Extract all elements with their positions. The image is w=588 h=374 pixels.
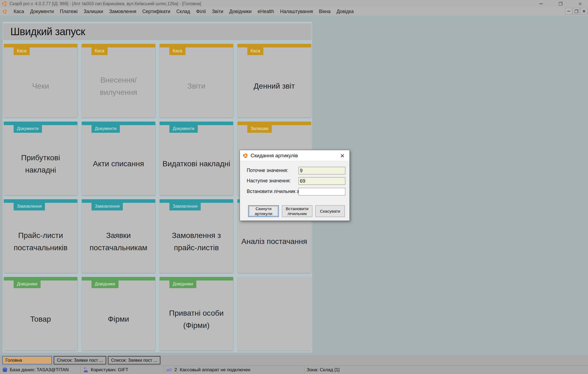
menu-item[interactable]: Звіти	[209, 8, 226, 15]
menu-item[interactable]: Вікна	[316, 8, 334, 15]
menu-item[interactable]: Довідка	[334, 8, 357, 15]
status-cash-register: Кассовый аппарат не подключен	[178, 366, 304, 374]
mdi-close-icon[interactable]: ×	[580, 8, 587, 14]
status-zone: Зона: Склад [1]	[304, 366, 588, 374]
mdi-window-controls: ×	[565, 8, 587, 14]
tile[interactable]: КасаВнесення/вилучення	[82, 44, 155, 117]
tile-label: Фірми	[82, 288, 155, 351]
tile[interactable]: ДовідникиТовар	[4, 277, 77, 351]
cancel-button[interactable]: Скасувати	[315, 205, 345, 217]
set-counter-button[interactable]: Встановити лічильник	[282, 205, 312, 217]
counter-input-field[interactable]	[298, 188, 345, 195]
tile[interactable]: ДовідникиФірми	[82, 277, 155, 351]
window-controls: ×	[537, 0, 584, 7]
mdi-restore-icon[interactable]	[573, 8, 580, 14]
app-logo-icon	[2, 1, 7, 6]
tile-category-tag: Залишки	[247, 125, 272, 133]
menu-item[interactable]: Каса	[11, 8, 27, 15]
tab-home[interactable]: Головна	[2, 356, 52, 364]
minimize-icon[interactable]	[537, 1, 545, 7]
tile[interactable]: ЗамовленняЗаявки постачальникам	[82, 199, 155, 273]
tile-category-bar	[4, 277, 77, 280]
status-connections: 2	[164, 366, 178, 374]
plug-icon	[166, 367, 172, 373]
tile-label: Приватні особи (Фірми)	[160, 288, 233, 351]
tile-category-bar	[82, 44, 155, 47]
tile[interactable]: КасаДенний звіт	[237, 44, 311, 117]
menu-item[interactable]: Налаштування	[277, 8, 316, 15]
readonly-value-field[interactable]	[298, 177, 345, 185]
tile-category-tag: Каса	[92, 47, 108, 55]
status-user: Користувач: GIFT	[81, 366, 164, 374]
tab-document-list[interactable]: Список: Заявки пост ...	[108, 356, 160, 364]
tile-category-tag: Довідники	[92, 280, 118, 288]
dialog-titlebar[interactable]: Скидання артикулів	[240, 150, 349, 161]
tile-category-bar	[160, 277, 233, 280]
tile-category-bar	[237, 122, 311, 125]
tile[interactable]: ЗамовленняПрайс-листи постачальників	[4, 199, 77, 273]
tile-category-tag: Довідники	[169, 280, 196, 288]
tile-label: Замовлення з прайс-листів	[160, 210, 233, 273]
tile[interactable]: КасаЧеки	[4, 44, 77, 117]
tile-label: Видаткові накладні	[160, 133, 233, 195]
tile-label: Денний звіт	[237, 55, 311, 117]
tile-category-tag: Замовлення	[14, 203, 45, 210]
tile-label: Заявки постачальникам	[82, 210, 155, 273]
tile[interactable]: ДокументиАкти списання	[82, 122, 155, 195]
tile-category-bar	[82, 277, 155, 280]
tile[interactable]: ДокументиВидаткові накладні	[160, 122, 233, 195]
tile-category-bar	[4, 199, 77, 203]
menu-item[interactable]: eHealth	[255, 8, 277, 15]
mdi-minimize-icon[interactable]	[565, 8, 572, 14]
window-title: Скарб pro v. 4.0.2.77 [ІД: 969] - [Апт №…	[10, 1, 201, 6]
readonly-value-field[interactable]	[298, 167, 345, 174]
dialog-title: Скидання артикулів	[251, 153, 298, 159]
menu-item[interactable]: Склад	[173, 8, 193, 15]
menu-item[interactable]: Документи	[27, 8, 57, 15]
dialog-field-row: Встановити лічильник з:	[240, 188, 349, 195]
tile-category-tag: Документи	[169, 125, 198, 133]
tile-category-bar	[4, 44, 77, 47]
restore-icon[interactable]	[557, 1, 564, 7]
tabstrip: ГоловнаСписок: Заявки пост ...Список: За…	[0, 355, 588, 366]
menu-item[interactable]: Сертифікати	[139, 8, 173, 15]
tile[interactable]	[237, 277, 311, 351]
tile-label: Прайс-листи постачальників	[4, 210, 77, 273]
tile-category-bar	[160, 44, 233, 47]
status-text: База даних: TASA3@TITAN	[10, 367, 69, 373]
tile-label	[237, 277, 311, 351]
field-label: Встановити лічильник з:	[247, 189, 300, 194]
menu-item[interactable]: Замовлення	[106, 8, 139, 15]
tile[interactable]: ДовідникиПриватні особи (Фірми)	[160, 277, 233, 351]
tile-label: Звіти	[160, 55, 233, 117]
tile[interactable]: ЗамовленняЗамовлення з прайс-листів	[160, 199, 233, 273]
tile-category-bar	[82, 122, 155, 125]
dialog-close-icon[interactable]: ×	[338, 151, 347, 160]
menu-item[interactable]: Філії	[193, 8, 209, 15]
tab-document-list[interactable]: Список: Заявки пост ...	[54, 356, 106, 364]
menu-item[interactable]: Довідники	[226, 8, 255, 15]
tile-category-bar	[82, 199, 155, 203]
status-database: База даних: TASA3@TITAN	[0, 366, 81, 374]
app-logo-icon	[243, 153, 248, 158]
tile-category-tag: Замовлення	[92, 203, 123, 210]
tile-category-tag: Довідники	[14, 280, 41, 288]
dialog-field-row: Наступне значення:	[240, 177, 349, 185]
reset-articles-button[interactable]: Скинути артикули	[248, 205, 279, 217]
menu-item[interactable]: Залишки	[81, 8, 106, 15]
close-icon[interactable]: ×	[576, 1, 584, 7]
status-text: Кассовый аппарат не подключен	[180, 367, 250, 373]
tile[interactable]: КасаЗвіти	[160, 44, 233, 117]
tile[interactable]: ДокументиПрибуткові накладні	[4, 122, 77, 195]
status-text: Користувач: GIFT	[91, 367, 128, 373]
app-logo-icon	[3, 10, 7, 14]
tile-category-bar	[4, 122, 77, 125]
tile-category-tag: Замовлення	[169, 203, 201, 210]
tile-label: Товар	[4, 288, 77, 351]
menu: КасаДокументиПлатежіЗалишкиЗамовленняСер…	[11, 8, 357, 15]
reset-articles-dialog: Скидання артикулів × Поточне значення:На…	[240, 150, 350, 221]
user-icon	[83, 367, 89, 373]
tile-label: Прибуткові накладні	[4, 133, 77, 195]
tile-label: Акти списання	[82, 133, 155, 195]
menu-item[interactable]: Платежі	[57, 8, 81, 15]
